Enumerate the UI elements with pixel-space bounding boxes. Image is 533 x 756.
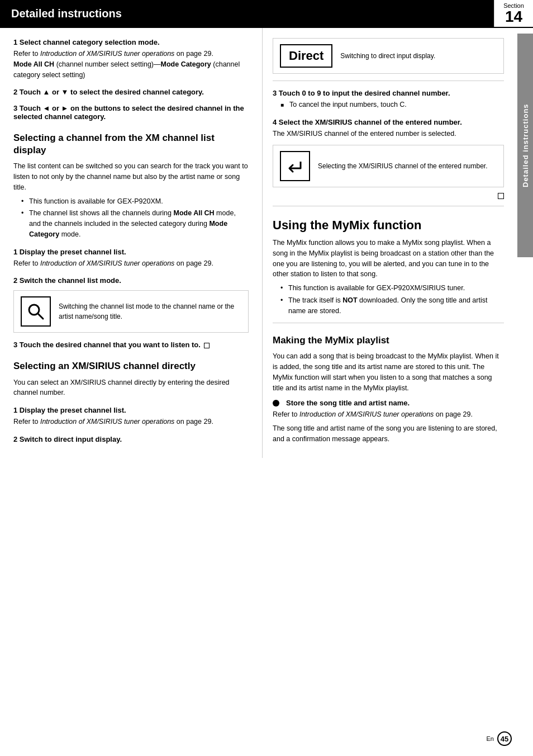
section4-title: Making the MyMix playlist — [273, 334, 504, 347]
page-title: Detailed instructions — [0, 0, 494, 27]
small-square-container — [273, 193, 504, 199]
list-item: This function is available for GEX-P920X… — [280, 283, 504, 294]
direct-input-display: Direct — [280, 44, 332, 68]
search-icon — [21, 296, 51, 327]
list-item: The track itself is NOT downloaded. Only… — [280, 295, 504, 316]
section-box: Section 14 — [494, 0, 533, 27]
page-number-circle: 45 — [497, 731, 512, 746]
store-body: Refer to Introduction of XM/SIRIUS tuner… — [273, 409, 504, 420]
divider3 — [273, 323, 504, 323]
illus2-text: Selecting the XM/SIRIUS channel of the e… — [318, 161, 488, 171]
step1-heading: 1 Select channel category selection mode… — [13, 38, 249, 46]
sub3-heading: 3 Touch the desired channel that you wan… — [13, 341, 249, 349]
illus-box-1: Switching the channel list mode to the c… — [13, 290, 249, 333]
step2-heading: 2 Touch ▲ or ▼ to select the desired cha… — [13, 88, 249, 96]
section3-body: The MyMix function allows you to make a … — [273, 238, 504, 280]
list-item: This function is available for GEX-P920X… — [21, 196, 249, 207]
lang-label: En — [487, 735, 494, 742]
enter-icon — [280, 151, 310, 181]
direct-caption: Switching to direct input display. — [340, 51, 435, 61]
divider2 — [273, 206, 504, 206]
illus1-text: Switching the channel list mode to the c… — [59, 301, 241, 322]
main-content: 1 Select channel category selection mode… — [0, 28, 533, 458]
sub4-heading: 4 Select the XM/SIRIUS channel of the en… — [273, 118, 504, 126]
section3-title: Using the MyMix function — [273, 218, 504, 234]
sub3a-bullet-list: To cancel the input numbers, touch C. — [273, 100, 504, 110]
section1-title: Selecting a channel from the XM channel … — [13, 132, 249, 157]
small-square-icon — [204, 343, 210, 348]
sub2b-heading: 2 Switch to direct input display. — [13, 435, 249, 443]
list-item: The channel list shows all the channels … — [21, 208, 249, 239]
step3-heading: 3 Touch ◄ or ► on the buttons to select … — [13, 104, 249, 121]
left-column: 1 Select channel category selection mode… — [0, 28, 263, 458]
page-footer: En 45 — [487, 731, 512, 746]
sub1-heading: 1 Display the preset channel list. — [13, 248, 249, 256]
sub4-body: The XM/SIRIUS channel of the entered num… — [273, 129, 504, 139]
right-column: Direct Switching to direct input display… — [263, 28, 517, 458]
title-text: Detailed instructions — [11, 7, 122, 20]
store-body2: The song title and artist name of the so… — [273, 423, 504, 445]
direct-illus-box: Direct Switching to direct input display… — [273, 38, 504, 74]
circle-bullet-icon — [273, 400, 279, 407]
store-heading: Store the song title and artist name. — [273, 399, 504, 407]
page-header: Detailed instructions Section 14 — [0, 0, 533, 28]
sub2a-body: Refer to Introduction of XM/SIRIUS tuner… — [13, 417, 249, 427]
illus-box-2: Selecting the XM/SIRIUS channel of the e… — [273, 145, 504, 187]
sub3a-heading: 3 Touch 0 to 9 to input the desired chan… — [273, 89, 504, 97]
section1-body: The list content can be switched so you … — [13, 161, 249, 192]
section4-body: You can add a song that is being broadca… — [273, 351, 504, 393]
section-number: 14 — [505, 9, 522, 25]
section2-title: Selecting an XM/SIRIUS channel directly — [13, 360, 249, 372]
divider1 — [273, 81, 504, 81]
step1-body: Refer to Introduction of XM/SIRIUS tuner… — [13, 49, 249, 80]
section3-bullet-list: This function is available for GEX-P920X… — [273, 283, 504, 316]
sub2-heading: 2 Switch the channel list mode. — [13, 276, 249, 285]
svg-line-1 — [38, 314, 43, 319]
list-item: To cancel the input numbers, touch C. — [280, 100, 504, 110]
sub2a-heading: 1 Display the preset channel list. — [13, 406, 249, 414]
sidebar-label: Detailed instructions — [517, 34, 533, 257]
sub1-body: Refer to Introduction of XM/SIRIUS tuner… — [13, 258, 249, 269]
small-square-icon — [498, 193, 504, 199]
section1-bullet-list: This function is available for GEX-P920X… — [13, 196, 249, 240]
section2-body: You can select an XM/SIRIUS channel dire… — [13, 377, 249, 399]
